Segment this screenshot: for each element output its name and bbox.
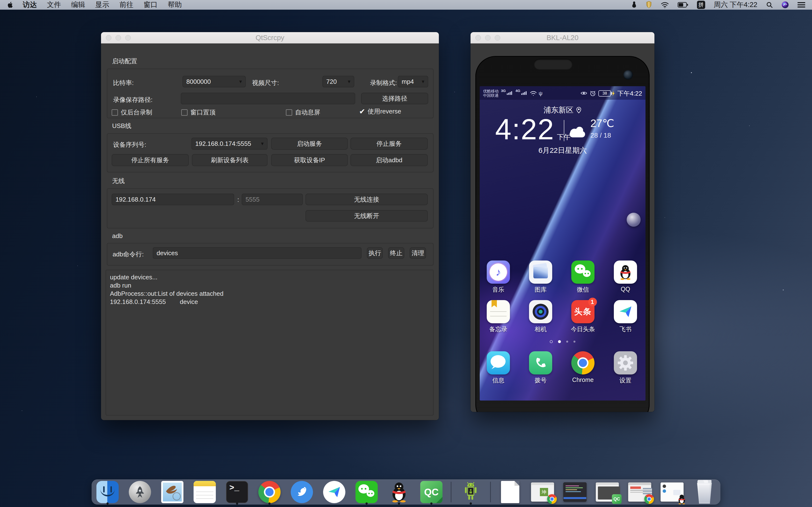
dock-min-window-code[interactable]: [563, 481, 587, 504]
wireless-ip-input[interactable]: [112, 193, 234, 205]
adb-run-button[interactable]: 执行: [367, 247, 383, 259]
dock-terminal[interactable]: >_: [225, 481, 249, 504]
wireless-connect-button[interactable]: 无线连接: [305, 193, 428, 205]
app-chrome[interactable]: Chrome: [565, 351, 601, 383]
get-device-ip-button[interactable]: 获取设备IP: [271, 154, 348, 166]
start-adbd-button[interactable]: 启动adbd: [350, 154, 428, 166]
phone-window-titlebar[interactable]: BKL-AL20: [470, 32, 654, 44]
serial-value: 192.168.0.174:5555: [195, 140, 251, 148]
app-toutiao[interactable]: 头条 1 今日头条: [565, 300, 601, 333]
refresh-device-list-button[interactable]: 刷新设备列表: [192, 154, 267, 166]
clock-widget[interactable]: 4:22 下午: [495, 115, 570, 144]
adb-clear-button[interactable]: 清理: [410, 247, 426, 259]
siri-icon[interactable]: [781, 0, 789, 9]
app-gallery[interactable]: 图库: [522, 261, 559, 294]
checkbox-window-topmost[interactable]: 窗口置顶: [181, 108, 215, 117]
dock-document[interactable]: [499, 481, 522, 504]
dock-launchpad[interactable]: [128, 481, 152, 504]
music-note-glyph: ♪: [496, 266, 501, 278]
app-notes[interactable]: 备忘录: [480, 300, 516, 333]
record-path-input[interactable]: [181, 93, 355, 104]
dock-qtscrcpy[interactable]: QC: [420, 481, 443, 504]
minimized-window: QC: [596, 483, 619, 502]
music-icon: ♪: [487, 261, 510, 284]
input-method-icon[interactable]: 拼: [697, 1, 705, 9]
menu-edit[interactable]: 编辑: [71, 0, 85, 10]
app-dialer[interactable]: 拨号: [522, 351, 559, 384]
app-feishu[interactable]: 飞书: [607, 300, 644, 333]
minimize-button[interactable]: [115, 35, 121, 41]
menu-help[interactable]: 帮助: [168, 0, 182, 10]
menu-file[interactable]: 文件: [47, 0, 61, 10]
app-label: 音乐: [492, 286, 504, 294]
menu-window[interactable]: 窗口: [144, 0, 158, 10]
battery-icon[interactable]: [678, 0, 688, 9]
app-label: 今日头条: [571, 325, 595, 333]
app-messages[interactable]: 信息: [480, 351, 516, 384]
battery-indicator: 38: [598, 90, 615, 97]
spotlight-search-icon[interactable]: [766, 0, 773, 9]
bitrate-combobox[interactable]: 8000000 ▾: [183, 76, 246, 88]
adb-cmd-input[interactable]: [153, 247, 361, 259]
notification-center-icon[interactable]: [798, 0, 805, 9]
dock-scrcpy-android[interactable]: [459, 481, 483, 504]
minimize-button[interactable]: [485, 35, 491, 41]
minimized-window: [660, 483, 684, 502]
app-settings[interactable]: 设置: [607, 351, 644, 384]
dock-notes[interactable]: [193, 481, 216, 504]
chevron-down-icon: ▾: [422, 78, 424, 85]
dock-feishu[interactable]: [323, 481, 346, 504]
checkbox-auto-screen-off[interactable]: 自动息屏: [286, 108, 320, 117]
zoom-button[interactable]: [495, 35, 500, 41]
serial-combobox[interactable]: 192.168.0.174:5555 ▾: [191, 137, 267, 150]
menu-bar-clock[interactable]: 周六 下午4:22: [714, 0, 758, 10]
dock-mail[interactable]: [161, 481, 184, 504]
zoom-button[interactable]: [125, 35, 131, 41]
app-wechat[interactable]: 微信: [565, 261, 601, 294]
adb-log-output[interactable]: update devices... adb run AdbProcess::ou…: [106, 270, 434, 415]
dock-min-window-chrome-page[interactable]: [628, 481, 651, 504]
temperature-range: 28 / 18: [591, 131, 611, 139]
dock-finder[interactable]: [96, 481, 119, 504]
close-button[interactable]: [106, 35, 111, 41]
menu-go[interactable]: 前往: [119, 0, 134, 10]
apple-menu-icon[interactable]: [7, 0, 13, 9]
video-size-value: 720: [326, 78, 337, 86]
dock-min-window-chrome-kun[interactable]: 坤: [531, 481, 554, 504]
dock-wechat[interactable]: [355, 481, 378, 504]
shield-status-icon[interactable]: [646, 0, 652, 9]
start-service-button[interactable]: 启动服务: [271, 137, 348, 150]
choose-path-button[interactable]: 选择路径: [361, 93, 428, 104]
app-music[interactable]: ♪ 音乐: [480, 261, 516, 294]
menu-view[interactable]: 显示: [95, 0, 109, 10]
phone-front-camera: [623, 70, 633, 80]
log-line: 192.168.0.174:5555 device: [110, 298, 198, 305]
dock-chrome[interactable]: [258, 481, 281, 504]
adb-stop-button[interactable]: 终止: [388, 247, 404, 259]
assistive-ball[interactable]: [627, 213, 641, 227]
dock-divider: [490, 482, 491, 502]
wifi-icon[interactable]: [661, 0, 669, 9]
qq-status-icon[interactable]: [631, 0, 637, 9]
colon-separator: :: [237, 196, 239, 204]
phone-screen[interactable]: 优酷移动 中国联通 3G 4G ψ: [480, 86, 646, 400]
notification-badge: 1: [588, 298, 597, 306]
video-size-combobox[interactable]: 720 ▾: [322, 76, 354, 88]
stop-all-services-button[interactable]: 停止所有服务: [112, 154, 189, 166]
app-qq[interactable]: QQ: [607, 261, 644, 293]
close-button[interactable]: [475, 35, 481, 41]
checkbox-background-record[interactable]: 仅后台录制: [112, 108, 152, 117]
dock-trash[interactable]: [693, 481, 716, 504]
app-camera[interactable]: 相机: [522, 300, 559, 333]
stop-service-button[interactable]: 停止服务: [350, 137, 428, 150]
qtscrcpy-titlebar[interactable]: QtScrcpy: [101, 32, 439, 44]
dock-min-window-qtscrcpy[interactable]: QC: [596, 481, 619, 504]
checkbox-use-reverse[interactable]: ✔ 使用reverse: [359, 107, 401, 116]
menu-finder[interactable]: 访达: [23, 0, 37, 10]
dock-seal-app[interactable]: [290, 481, 313, 504]
wireless-port-input[interactable]: [242, 193, 303, 205]
record-format-combobox[interactable]: mp4 ▾: [398, 76, 428, 88]
wireless-disconnect-button[interactable]: 无线断开: [305, 210, 428, 222]
dock-qq[interactable]: [388, 481, 411, 504]
dock-min-window-qq[interactable]: [660, 481, 684, 504]
